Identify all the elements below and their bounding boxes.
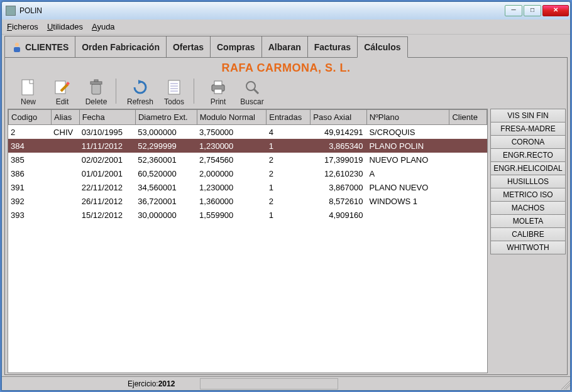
svg-rect-7 [91,82,102,84]
tab-orden-fabricaci-n[interactable]: Orden Fabricación [75,36,167,57]
menu-ayuda[interactable]: Ayuda [92,22,115,31]
todos-button[interactable]: Todos [157,79,191,106]
category-metrico-iso[interactable]: METRICO ISO [490,188,566,202]
print-icon [209,79,227,96]
tab-ofertas[interactable]: Ofertas [166,36,211,57]
col-header[interactable]: Cliente [449,110,487,125]
toolbar-separator [116,79,121,104]
table-row[interactable]: 38411/11/201252,2999991,23000013,865340P… [8,139,487,153]
close-button[interactable] [542,5,569,16]
main-window: POLIN Ficheros Utilidades Ayuda CLIENTES… [1,1,571,391]
category-fresa-madre[interactable]: FRESA-MADRE [490,122,566,136]
table-row[interactable]: 39315/12/201230,0000001,55990014,909160 [8,208,487,222]
company-title: RAFA CARMONA, S. L. [5,58,567,77]
svg-rect-10 [168,80,180,94]
status-cell [200,378,338,389]
tab-c-lculos[interactable]: Cálculos [357,36,407,58]
table-row[interactable]: 38601/01/200160,5200002,000000212,610230… [8,166,487,180]
tab-facturas[interactable]: Facturas [307,36,358,57]
print-button[interactable]: Print [201,79,235,106]
svg-rect-8 [94,80,98,82]
search-icon [243,79,261,96]
svg-rect-1 [14,47,20,52]
svg-rect-16 [214,81,222,85]
svg-rect-2 [22,80,33,95]
col-header[interactable]: Paso Axial [311,110,366,125]
tab-clientes[interactable]: CLIENTES [4,36,75,57]
svg-point-18 [246,82,255,90]
minimize-button[interactable] [505,5,522,16]
menu-utilidades[interactable]: Utilidades [47,22,83,31]
category-whitwoth[interactable]: WHITWOTH [490,241,566,254]
col-header[interactable]: Entradas [267,110,311,125]
ejercicio-value: 2012 [158,379,175,388]
table-row[interactable]: 39226/11/201236,7200011,36000028,572610W… [8,194,487,208]
delete-icon [87,79,105,96]
col-header[interactable]: Codigo [9,110,52,125]
data-grid[interactable]: CodigoAliasFechaDiametro Ext.Modulo Norm… [8,109,488,373]
table-row[interactable]: 39122/11/201234,5600011,23000013,867000P… [8,180,487,194]
svg-rect-17 [214,89,222,94]
delete-button[interactable]: Delete [79,79,113,106]
edit-icon [53,79,71,96]
ejercicio-label: Ejercicio: [128,379,158,388]
category-husilllos[interactable]: HUSILLLOS [490,175,566,188]
new-icon [19,79,37,96]
svg-rect-6 [92,84,101,94]
window-title: POLIN [19,6,505,15]
category-engr-helicoidal[interactable]: ENGR.HELICOIDAL [490,161,566,175]
category-corona[interactable]: CORONA [490,135,566,149]
category-calibre[interactable]: CALIBRE [490,227,566,241]
title-bar[interactable]: POLIN [2,2,570,19]
todos-icon [165,79,183,96]
app-icon [6,6,16,16]
tab-strip: CLIENTESOrden FabricaciónOfertasComprasA… [4,36,568,57]
person-icon [11,41,23,53]
toolbar: New Edit Delete Refresh Todos [5,77,567,107]
category-buttons: VIS SIN FINFRESA-MADRECORONAENGR.RECTOEN… [489,107,567,374]
table-row[interactable]: 2CHIV03/10/199553,0000003,750000449,9142… [8,125,487,139]
new-button[interactable]: New [11,79,45,106]
maximize-button[interactable] [524,5,541,16]
category-vis-sin-fin[interactable]: VIS SIN FIN [490,109,566,122]
svg-marker-9 [138,80,143,84]
col-header[interactable]: Diametro Ext. [135,110,197,125]
svg-line-19 [254,89,258,94]
category-machos[interactable]: MACHOS [490,201,566,215]
tab-albaran[interactable]: Albaran [261,36,308,57]
table-row[interactable]: 38502/02/200152,3600012,754560217,399019… [8,153,487,166]
menu-ficheros[interactable]: Ficheros [7,22,38,31]
status-bar: Ejercicio: 2012 [2,376,570,390]
menu-bar: Ficheros Utilidades Ayuda [2,19,570,35]
resize-grip[interactable] [559,378,570,389]
refresh-button[interactable]: Refresh [123,79,157,106]
col-header[interactable]: Fecha [79,110,135,125]
col-header[interactable]: Alias [52,110,80,125]
tab-compras[interactable]: Compras [210,36,262,57]
col-header[interactable]: NºPlano [366,110,449,125]
toolbar-separator [194,79,199,104]
category-engr-recto[interactable]: ENGR.RECTO [490,148,566,162]
category-moleta[interactable]: MOLETA [490,214,566,228]
edit-button[interactable]: Edit [45,79,79,106]
svg-point-0 [15,43,19,46]
col-header[interactable]: Modulo Normal [197,110,267,125]
buscar-button[interactable]: Buscar [235,79,269,106]
refresh-icon [131,79,149,96]
